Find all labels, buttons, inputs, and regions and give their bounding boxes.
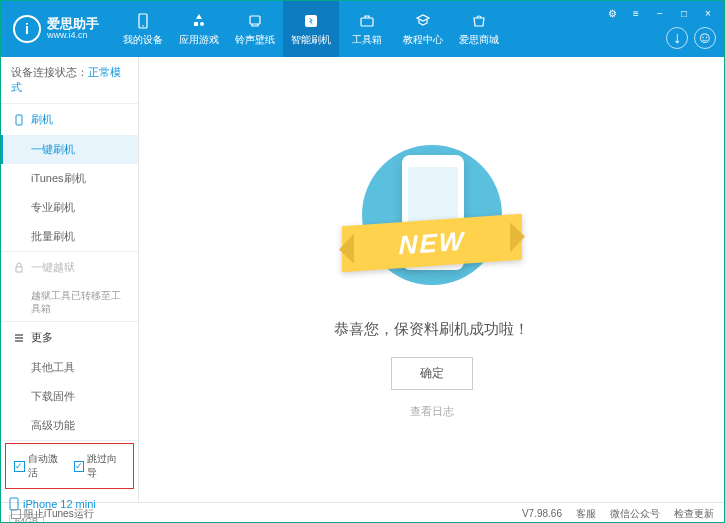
check-icon: ✓ xyxy=(74,461,85,472)
svg-rect-6 xyxy=(16,267,22,272)
sidebar-header-flash[interactable]: 刷机 xyxy=(1,104,138,135)
flash-section: 刷机 一键刷机 iTunes刷机 专业刷机 批量刷机 xyxy=(1,104,138,252)
nav-label: 爱思商城 xyxy=(459,33,499,47)
nav-label: 铃声壁纸 xyxy=(235,33,275,47)
jailbreak-note: 越狱工具已转移至工具箱 xyxy=(1,283,138,321)
cb-label: 自动激活 xyxy=(28,452,66,480)
sidebar-item-other-tools[interactable]: 其他工具 xyxy=(1,353,138,382)
conn-label: 设备连接状态： xyxy=(11,66,88,78)
main-nav: 我的设备 应用游戏 铃声壁纸 智能刷机 工具箱 教程中心 爱思商城 xyxy=(115,1,507,57)
header-right: ↓ ☺ xyxy=(666,27,716,49)
jailbreak-section: 一键越狱 越狱工具已转移至工具箱 xyxy=(1,252,138,322)
menu-icon[interactable]: ≡ xyxy=(628,5,644,21)
ringtone-icon xyxy=(246,12,264,30)
sidebar-item-download-fw[interactable]: 下载固件 xyxy=(1,382,138,411)
nav-label: 我的设备 xyxy=(123,33,163,47)
nav-toolbox[interactable]: 工具箱 xyxy=(339,1,395,57)
lock-icon xyxy=(13,262,25,274)
store-icon xyxy=(470,12,488,30)
nav-apps[interactable]: 应用游戏 xyxy=(171,1,227,57)
sidebar-item-pro-flash[interactable]: 专业刷机 xyxy=(1,193,138,222)
success-illustration: NEW xyxy=(332,140,532,300)
checkbox-auto-activate[interactable]: ✓自动激活 xyxy=(14,452,66,480)
check-icon: ✓ xyxy=(14,461,25,472)
phone-icon xyxy=(134,12,152,30)
footer-right: V7.98.66 客服 微信公众号 检查更新 xyxy=(522,507,714,521)
flash-header-label: 刷机 xyxy=(31,112,53,127)
service-link[interactable]: 客服 xyxy=(576,507,596,521)
footer-left: 阻止iTunes运行 xyxy=(11,507,94,521)
nav-label: 智能刷机 xyxy=(291,33,331,47)
svg-rect-4 xyxy=(361,18,373,26)
brand-name: 爱思助手 xyxy=(47,17,99,31)
sidebar-item-oneclick-flash[interactable]: 一键刷机 xyxy=(1,135,138,164)
cb-label: 跳过向导 xyxy=(87,452,125,480)
nav-label: 工具箱 xyxy=(352,33,382,47)
nav-my-device[interactable]: 我的设备 xyxy=(115,1,171,57)
tutorial-icon xyxy=(414,12,432,30)
main-content: NEW 恭喜您，保资料刷机成功啦！ 确定 查看日志 xyxy=(139,57,724,502)
svg-rect-5 xyxy=(16,115,22,125)
brand-url: www.i4.cn xyxy=(47,31,99,41)
connection-status: 设备连接状态：正常模式 xyxy=(1,57,138,104)
view-log-link[interactable]: 查看日志 xyxy=(410,404,454,419)
nav-smart-flash[interactable]: 智能刷机 xyxy=(283,1,339,57)
more-section: 更多 其他工具 下载固件 高级功能 xyxy=(1,322,138,441)
version-label: V7.98.66 xyxy=(522,508,562,519)
close-button[interactable]: × xyxy=(700,5,716,21)
checkbox-block-itunes[interactable]: 阻止iTunes运行 xyxy=(11,507,94,521)
phone-icon xyxy=(13,114,25,126)
checkbox-skip-guide[interactable]: ✓跳过向导 xyxy=(74,452,126,480)
block-itunes-label: 阻止iTunes运行 xyxy=(24,507,94,521)
brand-text: 爱思助手 www.i4.cn xyxy=(47,17,99,41)
nav-label: 应用游戏 xyxy=(179,33,219,47)
apps-icon xyxy=(190,12,208,30)
user-icon[interactable]: ☺ xyxy=(694,27,716,49)
toolbox-icon xyxy=(358,12,376,30)
sidebar-item-batch-flash[interactable]: 批量刷机 xyxy=(1,222,138,251)
jailbreak-header-label: 一键越狱 xyxy=(31,260,75,275)
sidebar-header-more[interactable]: 更多 xyxy=(1,322,138,353)
nav-tutorial[interactable]: 教程中心 xyxy=(395,1,451,57)
logo-area: i 爱思助手 www.i4.cn xyxy=(1,15,111,43)
nav-label: 教程中心 xyxy=(403,33,443,47)
minimize-button[interactable]: − xyxy=(652,5,668,21)
more-header-label: 更多 xyxy=(31,330,53,345)
body-area: 设备连接状态：正常模式 刷机 一键刷机 iTunes刷机 专业刷机 批量刷机 一… xyxy=(1,57,724,502)
checkbox-icon xyxy=(11,509,21,519)
sidebar-item-itunes-flash[interactable]: iTunes刷机 xyxy=(1,164,138,193)
maximize-button[interactable]: □ xyxy=(676,5,692,21)
list-icon xyxy=(13,332,25,344)
svg-point-1 xyxy=(142,25,144,27)
download-icon[interactable]: ↓ xyxy=(666,27,688,49)
flash-icon xyxy=(302,12,320,30)
confirm-button[interactable]: 确定 xyxy=(391,357,473,390)
success-message: 恭喜您，保资料刷机成功啦！ xyxy=(334,320,529,339)
app-header: i 爱思助手 www.i4.cn 我的设备 应用游戏 铃声壁纸 智能刷机 工具箱… xyxy=(1,1,724,57)
sidebar-item-advanced[interactable]: 高级功能 xyxy=(1,411,138,440)
svg-rect-2 xyxy=(250,16,260,24)
checkbox-row: ✓自动激活 ✓跳过向导 xyxy=(5,443,134,489)
check-update-link[interactable]: 检查更新 xyxy=(674,507,714,521)
nav-store[interactable]: 爱思商城 xyxy=(451,1,507,57)
wechat-link[interactable]: 微信公众号 xyxy=(610,507,660,521)
window-controls: ⚙ ≡ − □ × xyxy=(596,1,724,25)
sidebar-header-jailbreak[interactable]: 一键越狱 xyxy=(1,252,138,283)
nav-ringtone[interactable]: 铃声壁纸 xyxy=(227,1,283,57)
settings-icon[interactable]: ⚙ xyxy=(604,5,620,21)
sidebar: 设备连接状态：正常模式 刷机 一键刷机 iTunes刷机 专业刷机 批量刷机 一… xyxy=(1,57,139,502)
logo-icon: i xyxy=(13,15,41,43)
